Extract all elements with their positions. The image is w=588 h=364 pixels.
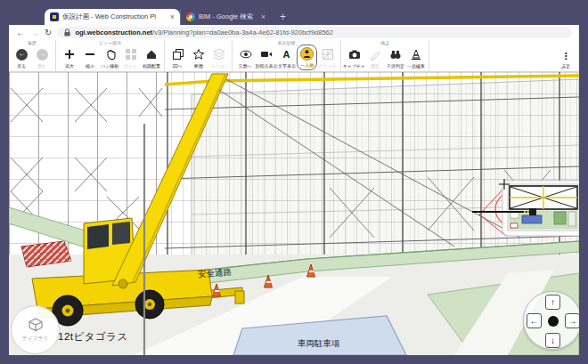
forward-button: →: [30, 28, 39, 37]
new-tab-button[interactable]: +: [280, 12, 286, 25]
toolbar-group-verify: 検証 キャプチャ 測定 干渉判定 一括編集: [341, 40, 429, 71]
alt-viewpoint-button[interactable]: 別視点表示: [256, 46, 276, 70]
close-tab-icon[interactable]: ×: [170, 13, 175, 21]
nav-left-button[interactable]: ←: [527, 313, 542, 328]
layers-icon: [213, 48, 225, 61]
text-display-button[interactable]: A 文字表示: [276, 46, 297, 70]
redo-forward-button: → 進む: [32, 46, 53, 70]
nav-pad: ↑ ← → ↓: [523, 291, 579, 350]
group-label: 履歴: [18, 40, 46, 46]
first-person-button[interactable]: 一人称: [297, 44, 317, 70]
guide-grid-icon: [125, 48, 137, 61]
section-button[interactable]: 断面: [188, 46, 208, 70]
hand-icon: [104, 48, 117, 61]
tab-title: 仮設計画 - Web Construction Pl: [62, 12, 167, 21]
nav-right-button[interactable]: →: [565, 313, 579, 328]
safety-path-label: 安全通路: [198, 267, 233, 281]
eye-icon: [240, 48, 252, 61]
pencil-icon: [369, 48, 381, 61]
cube-icon: [28, 317, 44, 333]
toolbar-group-view-ops: ビュー操作 拡大 縮小 パン移動 ガイド 初期配置: [56, 40, 165, 71]
zoom-out-button[interactable]: 縮小: [79, 46, 100, 70]
binoculars-icon: [389, 48, 402, 61]
person-icon: [300, 47, 314, 61]
overlapping-squares-icon: [172, 48, 184, 61]
letter-a-icon: A: [283, 50, 290, 60]
tab-planning[interactable]: 仮設計画 - Web Construction Pl ×: [45, 9, 180, 25]
url-field[interactable]: ogi.webconstruction.net/v3/Planning?plan…: [57, 27, 572, 38]
pan-button[interactable]: パン移動: [100, 46, 120, 70]
star-icon: [192, 48, 205, 61]
group-label: ビュー操作: [77, 40, 143, 46]
close-tab-icon[interactable]: ×: [261, 13, 265, 21]
nav-center-dot-icon: [548, 316, 559, 327]
tab-bar: 仮設計画 - Web Construction Pl × BIM - Googl…: [9, 7, 579, 25]
undo-back-button[interactable]: ← 戻る: [12, 46, 32, 70]
traffic-cone-icon: [410, 48, 422, 61]
google-favicon-icon: [186, 12, 195, 21]
back-button[interactable]: ←: [16, 28, 25, 37]
group-label: 表示切替: [253, 40, 320, 46]
home-icon: [145, 48, 158, 61]
initial-view-button[interactable]: 初期配置: [141, 46, 161, 70]
grid-slashed-icon: [322, 48, 334, 61]
parking-label: 車両駐車場: [298, 338, 340, 350]
crane-model-label: 12tピタゴラス: [58, 330, 128, 344]
nav-down-button[interactable]: ↓: [545, 333, 560, 348]
forward-circle-icon: →: [37, 49, 48, 61]
viewport-3d[interactable]: 安全通路 車両駐車場 12tピタゴラス: [9, 72, 579, 355]
url-text: ogi.webconstruction.net/v3/Planning?plan…: [75, 28, 333, 36]
group-label: 検証: [358, 40, 412, 46]
lock-icon: [63, 28, 71, 37]
minus-icon: [84, 48, 96, 61]
app-favicon-icon: [50, 12, 59, 21]
settings-button[interactable]: ⋮ 設定: [552, 40, 579, 71]
bulk-edit-button[interactable]: 一括編集: [405, 46, 426, 70]
desktop-frame: 仮設計画 - Web Construction Pl × BIM - Googl…: [0, 0, 588, 364]
tab-google-search[interactable]: BIM - Google 検索 ×: [180, 9, 271, 25]
kebab-menu-icon: ⋮: [561, 52, 571, 61]
measure-button: 測定: [364, 46, 385, 70]
toolbar-spacer: [429, 40, 552, 71]
plus-icon: [63, 48, 76, 61]
guide-button: ガイド: [120, 46, 141, 70]
clash-check-button[interactable]: 干渉判定: [385, 46, 405, 70]
toolbar-group-screens: 2Dへ 断面 レベル: [165, 40, 233, 71]
to-2d-button[interactable]: 2Dへ: [167, 46, 188, 70]
level-button: レベル: [208, 46, 229, 70]
minimap[interactable]: [472, 177, 579, 239]
back-circle-icon: ←: [16, 49, 28, 61]
app-toolbar: 履歴 ← 戻る → 進む ビュー操作 拡大 縮小 パン移動: [9, 40, 579, 72]
reload-button[interactable]: ↻: [45, 28, 52, 37]
toolbar-group-history: 履歴 ← 戻る → 進む: [9, 40, 56, 71]
browser-window: 仮設計画 - Web Construction Pl × BIM - Googl…: [9, 7, 579, 355]
zoom-in-button[interactable]: 拡大: [59, 46, 79, 70]
toolbar-group-display-toggle: 表示切替 立面へ 別視点表示 A 文字表示 一人称 グリッド: [233, 40, 341, 71]
library-button[interactable]: ライブラリ: [11, 305, 60, 354]
camera-icon: [348, 48, 361, 61]
tab-title: BIM - Google 検索: [199, 12, 257, 21]
address-bar: ← → ↻ ogi.webconstruction.net/v3/Plannin…: [9, 25, 579, 40]
video-camera-icon: [260, 48, 273, 61]
capture-button[interactable]: キャプチャ: [344, 46, 364, 70]
elevation-view-button[interactable]: 立面へ: [235, 46, 256, 70]
grid-toggle-button: グリッド: [317, 46, 338, 70]
nav-up-button[interactable]: ↑: [545, 295, 560, 310]
